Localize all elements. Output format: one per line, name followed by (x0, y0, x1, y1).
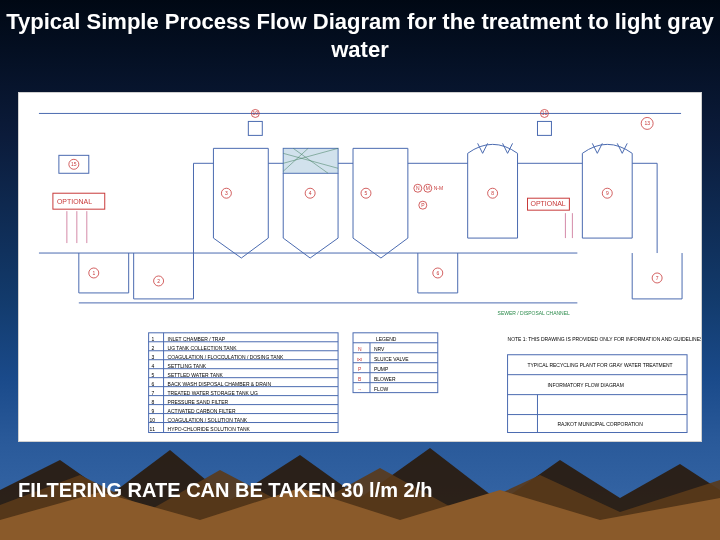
node-8: 8 (491, 190, 494, 196)
svg-text:TYPICAL RECYCLING PLANT FOR GR: TYPICAL RECYCLING PLANT FOR GRAY WATER T… (528, 362, 673, 368)
svg-text:1: 1 (152, 336, 155, 342)
note-1: NOTE 1: THIS DRAWING IS PROVIDED ONLY FO… (508, 336, 701, 342)
svg-text:M: M (426, 185, 430, 191)
legend-table: LEGEND NNRV ⋈SLUICE VALVE PPUMP BBLOWER … (353, 333, 438, 393)
slide-title: Typical Simple Process Flow Diagram for … (0, 8, 720, 63)
svg-text:⋈: ⋈ (357, 356, 362, 362)
svg-text:COAGULATION / SOLUTION TANK: COAGULATION / SOLUTION TANK (168, 417, 248, 423)
svg-text:11: 11 (150, 426, 156, 432)
node-6: 6 (436, 270, 439, 276)
node-1: 1 (92, 270, 95, 276)
node-10: 10 (253, 110, 259, 116)
svg-text:TREATED WATER STORAGE TANK UG: TREATED WATER STORAGE TANK UG (168, 390, 258, 396)
optional-label-right: OPTIONAL (531, 200, 566, 207)
node-3: 3 (225, 190, 228, 196)
svg-text:N: N (358, 346, 362, 352)
svg-rect-43 (248, 121, 262, 135)
svg-text:SETTLING TANK: SETTLING TANK (168, 363, 207, 369)
node-15: 15 (71, 161, 77, 167)
svg-line-31 (503, 143, 508, 153)
svg-text:INFORMATORY FLOW DIAGRAM: INFORMATORY FLOW DIAGRAM (547, 382, 623, 388)
svg-text:ACTIVATED CARBON FILTER: ACTIVATED CARBON FILTER (168, 408, 236, 414)
svg-text:HYPO-CHLORIDE SOLUTION TANK: HYPO-CHLORIDE SOLUTION TANK (168, 426, 251, 432)
svg-text:PRESSURE SAND FILTER: PRESSURE SAND FILTER (168, 399, 229, 405)
slide: Typical Simple Process Flow Diagram for … (0, 0, 720, 540)
process-flow-svg: SEWER / DISPOSAL CHANNEL OPTIONAL 15 1 2… (19, 93, 701, 441)
svg-text:NRV: NRV (374, 346, 385, 352)
svg-text:P: P (421, 202, 425, 208)
disposal-label: SEWER / DISPOSAL CHANNEL (498, 310, 570, 316)
svg-text:2: 2 (152, 345, 155, 351)
svg-text:3: 3 (152, 354, 155, 360)
svg-text:P: P (358, 366, 362, 372)
node-4: 4 (309, 190, 312, 196)
svg-text:4: 4 (152, 363, 155, 369)
svg-text:7: 7 (152, 390, 155, 396)
svg-line-37 (617, 143, 622, 153)
svg-text:UG TANK COLLECTION TANK: UG TANK COLLECTION TANK (168, 345, 238, 351)
svg-text:9: 9 (152, 408, 155, 414)
optional-label-left: OPTIONAL (57, 198, 92, 205)
svg-text:8: 8 (152, 399, 155, 405)
svg-text:N: N (416, 185, 420, 191)
svg-text:→: → (357, 386, 362, 392)
node-13: 13 (644, 120, 650, 126)
svg-text:SLUICE VALVE: SLUICE VALVE (374, 356, 409, 362)
svg-text:LEGEND: LEGEND (376, 336, 397, 342)
svg-rect-45 (537, 121, 551, 135)
svg-text:PUMP: PUMP (374, 366, 389, 372)
diagram-canvas: SEWER / DISPOSAL CHANNEL OPTIONAL 15 1 2… (18, 92, 702, 442)
svg-text:10: 10 (150, 417, 156, 423)
svg-line-29 (478, 143, 483, 153)
svg-text:BACK WASH DISPOSAL CHAMBER & D: BACK WASH DISPOSAL CHAMBER & DRAIN (168, 381, 272, 387)
svg-text:RAJKOT MUNICIPAL CORPORATION: RAJKOT MUNICIPAL CORPORATION (557, 421, 643, 427)
node-9: 9 (606, 190, 609, 196)
svg-text:BLOWER: BLOWER (374, 376, 396, 382)
svg-line-35 (592, 143, 597, 153)
node-7: 7 (656, 275, 659, 281)
equipment-table: 1INLET CHAMBER / TRAP 2UG TANK COLLECTIO… (149, 333, 338, 433)
svg-text:SETTLED WATER TANK: SETTLED WATER TANK (168, 372, 224, 378)
svg-text:COAGULATION / FLOCCULATION / D: COAGULATION / FLOCCULATION / DOSING TANK (168, 354, 285, 360)
svg-text:5: 5 (152, 372, 155, 378)
node-5: 5 (365, 190, 368, 196)
svg-text:INLET CHAMBER / TRAP: INLET CHAMBER / TRAP (168, 336, 226, 342)
valve-label-nm: N-M (434, 185, 443, 191)
node-11: 11 (542, 110, 548, 116)
title-block: TYPICAL RECYCLING PLANT FOR GRAY WATER T… (508, 355, 687, 433)
svg-text:FLOW: FLOW (374, 386, 389, 392)
node-2: 2 (157, 278, 160, 284)
svg-text:B: B (358, 376, 362, 382)
slide-caption: FILTERING RATE CAN BE TAKEN 30 l/m 2/h (18, 479, 432, 502)
svg-text:6: 6 (152, 381, 155, 387)
